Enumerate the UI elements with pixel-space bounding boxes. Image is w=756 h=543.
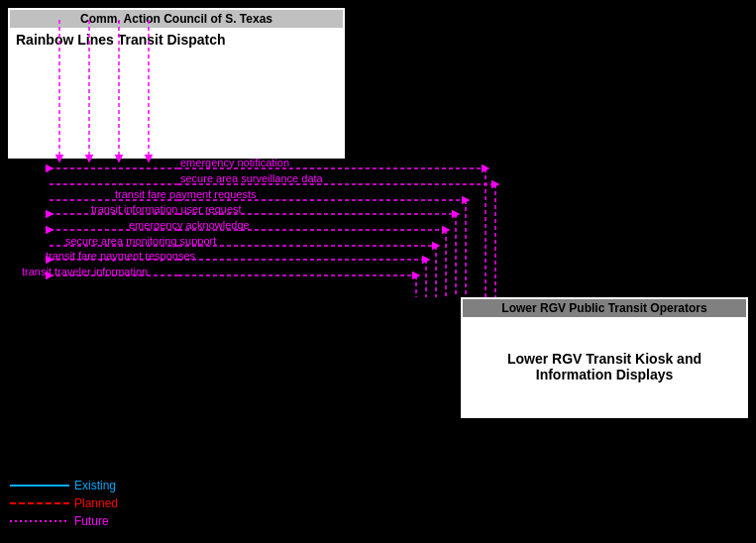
svg-text:transit fare payment requests: transit fare payment requests [115,188,257,200]
right-box-title: Lower RGV Transit Kiosk and Information … [463,317,746,416]
svg-text:secure area surveillance data: secure area surveillance data [180,172,324,184]
svg-text:transit traveler information: transit traveler information [22,266,148,277]
svg-text:secure area monitoring support: secure area monitoring support [65,235,216,247]
left-box-header: Comm. Action Council of S. Texas [10,10,343,28]
left-box: Comm. Action Council of S. Texas Rainbow… [8,8,345,159]
left-box-title: Rainbow Lines Transit Dispatch [10,28,343,157]
svg-text:transit information user reque: transit information user request [91,203,242,215]
svg-text:Existing: Existing [74,479,116,492]
diagram-container: Comm. Action Council of S. Texas Rainbow… [0,0,756,543]
svg-text:emergency acknowledge: emergency acknowledge [129,219,250,231]
svg-text:Future: Future [74,514,109,528]
right-box: Lower RGV Public Transit Operators Lower… [461,297,748,418]
svg-text:Planned: Planned [74,496,118,510]
svg-text:transit fare payment responses: transit fare payment responses [46,250,196,262]
right-box-header: Lower RGV Public Transit Operators [463,299,746,317]
